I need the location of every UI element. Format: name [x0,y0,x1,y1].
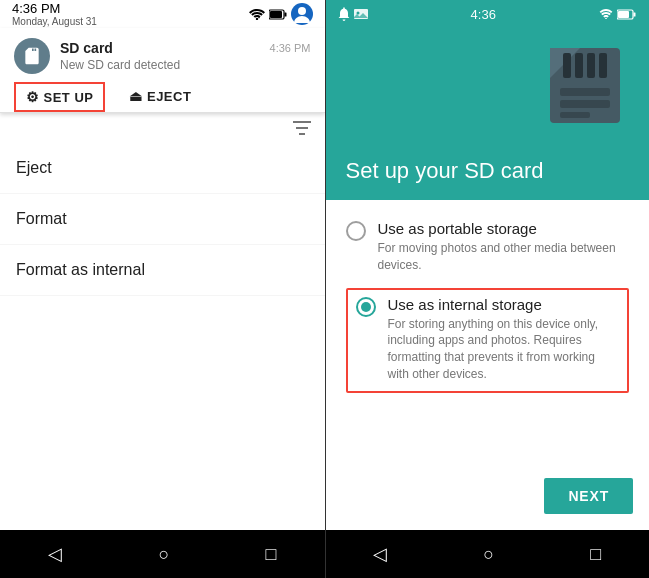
right-panel: 4:36 [326,0,650,578]
svg-rect-22 [560,100,610,108]
menu-item-format[interactable]: Format [0,194,325,245]
svg-rect-14 [618,11,629,18]
svg-rect-3 [270,11,282,18]
notification-card: SD card 4:36 PM New SD card detected ⚙ S… [0,28,325,113]
status-bar-right: 4:36 [326,0,650,28]
filter-icon [293,121,311,135]
next-btn-row: NEXT [326,466,650,530]
menu-list: Eject Format Format as internal [0,143,325,530]
eject-icon: ⏏ [129,88,143,104]
svg-rect-13 [634,12,636,16]
left-panel: 4:36 PM Monday, August 31 [0,0,325,578]
battery-icon-right [617,9,637,20]
notif-actions: ⚙ SET UP ⏏ EJECT [14,82,311,112]
option-portable[interactable]: Use as portable storage For moving photo… [346,220,630,274]
svg-point-0 [255,18,257,20]
eject-button[interactable]: ⏏ EJECT [121,82,207,112]
status-time-left: 4:36 PM Monday, August 31 [12,1,97,27]
wifi-icon-right [599,9,613,19]
gear-icon: ⚙ [26,89,40,105]
bottom-nav-right: ◁ ○ □ [326,530,650,578]
svg-rect-23 [560,112,590,118]
radio-internal[interactable] [356,297,376,317]
status-bar-left: 4:36 PM Monday, August 31 [0,0,325,28]
battery-icon [269,9,287,20]
status-icons-left [249,3,313,25]
status-icons-right-icons [599,9,637,20]
svg-rect-18 [575,53,583,78]
content-section: Use as portable storage For moving photo… [326,200,650,466]
setup-button[interactable]: ⚙ SET UP [14,82,105,112]
svg-rect-20 [599,53,607,78]
svg-point-5 [298,7,306,15]
avatar-icon [291,3,313,25]
svg-rect-7 [296,127,308,129]
svg-rect-17 [563,53,571,78]
status-time-right: 4:36 [471,7,496,22]
hero-section: 4:36 [326,0,650,200]
sd-card-notif-icon [14,38,50,74]
svg-rect-19 [587,53,595,78]
photo-icon [354,8,368,20]
svg-point-11 [605,18,607,19]
menu-item-eject[interactable]: Eject [0,143,325,194]
wifi-icon [249,8,265,20]
home-button-left[interactable]: ○ [138,536,189,573]
notification-icon [338,7,350,21]
bottom-nav-left: ◁ ○ □ [0,530,325,578]
radio-portable[interactable] [346,221,366,241]
svg-rect-6 [293,121,311,123]
menu-item-format-internal[interactable]: Format as internal [0,245,325,296]
recents-button-left[interactable]: □ [246,536,297,573]
back-button-left[interactable]: ◁ [28,535,82,573]
svg-rect-8 [299,133,305,135]
hero-title: Set up your SD card [346,158,544,184]
option-internal[interactable]: Use as internal storage For storing anyt… [346,288,630,393]
svg-rect-2 [284,12,286,16]
sd-icon [22,46,42,66]
back-button-right[interactable]: ◁ [353,535,407,573]
home-button-right[interactable]: ○ [463,536,514,573]
notif-text: SD card 4:36 PM New SD card detected [60,40,311,72]
next-button[interactable]: NEXT [544,478,633,514]
svg-rect-21 [560,88,610,96]
status-icons-right-left [338,7,368,21]
recents-button-right[interactable]: □ [570,536,621,573]
filter-icon-row [0,113,325,143]
sd-card-illustration [545,28,625,128]
